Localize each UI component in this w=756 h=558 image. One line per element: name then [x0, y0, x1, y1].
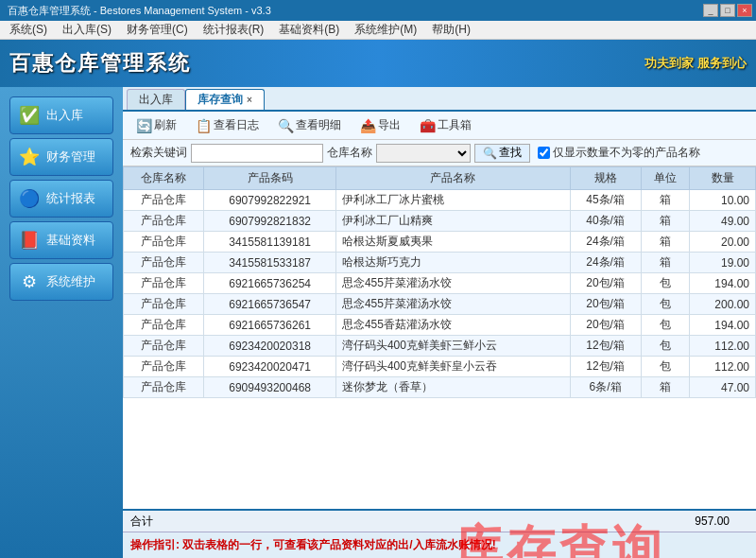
menu-help[interactable]: 帮助(H) [424, 20, 478, 40]
table-cell: 112.00 [690, 357, 756, 377]
sidebar-item-system[interactable]: ⚙ 系统维护 [9, 263, 113, 301]
menu-finance[interactable]: 财务管理(C) [119, 20, 196, 40]
sidebar: ✅ 出入库 ⭐ 财务管理 🔵 统计报表 📕 基础资料 ⚙ 系统维护 [0, 87, 123, 558]
table-cell: 24条/箱 [570, 232, 641, 253]
table-row[interactable]: 产品仓库6921665736261思念455香菇灌汤水饺20包/箱包194.00 [124, 315, 756, 336]
table-cell: 6909493200468 [204, 377, 336, 398]
title-bar-text: 百惠仓库管理系统 - Bestores Management System - … [4, 4, 271, 18]
menu-report[interactable]: 统计报表(R) [196, 20, 272, 40]
table-cell: 49.00 [690, 211, 756, 232]
table-row[interactable]: 产品仓库6907992821832伊利冰工厂山精爽40条/箱箱49.00 [124, 211, 756, 232]
table-header-row: 仓库名称 产品条码 产品名称 规格 单位 数量 [124, 167, 756, 190]
status-bar: 操作指引: 双击表格的一行，可查看该产品资料对应的出/入库流水账情况! [123, 532, 756, 558]
inventory-table: 仓库名称 产品条码 产品名称 规格 单位 数量 产品仓库690799282292… [123, 166, 756, 398]
table-cell: 思念455芹菜灌汤水饺 [335, 294, 570, 315]
tab-inventory[interactable]: 库存查询 × [185, 89, 265, 110]
table-row[interactable]: 产品仓库6921665736547思念455芹菜灌汤水饺20包/箱包200.00 [124, 294, 756, 315]
sidebar-label-system: 系统维护 [46, 273, 95, 290]
tab-bar: 出入库 库存查询 × [123, 87, 756, 112]
table-row[interactable]: 产品仓库6909493200468迷你梦龙（香草）6条/箱箱47.00 [124, 377, 756, 398]
zero-filter-label[interactable]: 仅显示数量不为零的产品名称 [538, 145, 700, 161]
menu-system[interactable]: 系统(S) [2, 20, 55, 40]
table-cell: 194.00 [690, 315, 756, 336]
app-title: 百惠仓库管理系统 [9, 49, 191, 78]
table-cell: 湾仔码头400克鲜美虾三鲜小云 [335, 336, 570, 357]
table-cell: 20包/箱 [570, 294, 641, 315]
table-row[interactable]: 产品仓库6923420020471湾仔码头400克鲜美虾皇小云吞12包/箱包11… [124, 357, 756, 377]
toolbox-button[interactable]: 🧰 工具箱 [414, 115, 477, 135]
sidebar-label-finance: 财务管理 [46, 148, 95, 166]
view-detail-label: 查看明细 [296, 117, 341, 133]
app-slogan: 功夫到家 服务到心 [644, 55, 747, 72]
table-row[interactable]: 产品仓库3415581139181哈根达斯夏威夷果24条/箱箱20.00 [124, 232, 756, 253]
detail-icon: 🔍 [278, 118, 294, 133]
content-area: 出入库 库存查询 × 🔄 刷新 📋 查看日志 🔍 查看明细 📤 [123, 87, 756, 558]
table-cell: 20包/箱 [570, 315, 641, 336]
sidebar-label-inout: 出入库 [46, 107, 83, 124]
menu-inout[interactable]: 出入库(S) [55, 20, 119, 40]
title-bar-controls[interactable]: _ □ × [703, 4, 752, 17]
table-cell: 思念455香菇灌汤水饺 [335, 315, 570, 336]
table-cell: 20包/箱 [570, 273, 641, 294]
menu-maintenance[interactable]: 系统维护(M) [347, 20, 424, 40]
tab-inventory-label: 库存查询 [198, 92, 243, 108]
table-cell: 3415581139181 [204, 232, 336, 253]
search-btn-label: 查找 [499, 145, 522, 161]
table-cell: 19.00 [690, 253, 756, 273]
table-cell: 产品仓库 [124, 190, 204, 211]
tab-inout-label: 出入库 [139, 92, 173, 108]
table-cell: 12包/箱 [570, 357, 641, 377]
table-row[interactable]: 产品仓库6923420020318湾仔码头400克鲜美虾三鲜小云12包/箱包11… [124, 336, 756, 357]
view-log-button[interactable]: 📋 查看日志 [190, 115, 265, 135]
col-barcode: 产品条码 [204, 167, 336, 190]
refresh-button[interactable]: 🔄 刷新 [130, 115, 182, 135]
search-keyword-input[interactable] [191, 144, 323, 163]
table-row[interactable]: 产品仓库6921665736254思念455芹菜灌汤水饺20包/箱包194.00 [124, 273, 756, 294]
export-button[interactable]: 📤 导出 [354, 115, 406, 135]
table-cell: 6907992821832 [204, 211, 336, 232]
col-qty: 数量 [690, 167, 756, 190]
table-cell: 箱 [641, 211, 690, 232]
table-row[interactable]: 产品仓库6907992822921伊利冰工厂冰片蜜桃45条/箱箱10.00 [124, 190, 756, 211]
table-row[interactable]: 产品仓库3415581533187哈根达斯巧克力24条/箱箱19.00 [124, 253, 756, 273]
zero-filter-text: 仅显示数量不为零的产品名称 [553, 145, 700, 161]
search-icon: 🔍 [483, 147, 497, 160]
zero-filter-checkbox[interactable] [538, 147, 550, 159]
finance-icon: ⭐ [18, 146, 41, 168]
export-label: 导出 [378, 117, 401, 133]
table-cell: 20.00 [690, 232, 756, 253]
table-cell: 产品仓库 [124, 357, 204, 377]
table-cell: 包 [641, 273, 690, 294]
sidebar-item-inout[interactable]: ✅ 出入库 [9, 96, 113, 134]
table-cell: 箱 [641, 190, 690, 211]
col-spec: 规格 [570, 167, 641, 190]
warehouse-select[interactable] [376, 144, 471, 163]
table-cell: 产品仓库 [124, 336, 204, 357]
view-log-label: 查看日志 [214, 117, 259, 133]
sidebar-item-finance[interactable]: ⭐ 财务管理 [9, 138, 113, 176]
table-cell: 6921665736261 [204, 315, 336, 336]
col-name: 产品名称 [335, 167, 570, 190]
table-cell: 194.00 [690, 273, 756, 294]
view-detail-button[interactable]: 🔍 查看明细 [272, 115, 347, 135]
log-icon: 📋 [196, 118, 212, 133]
sidebar-item-report[interactable]: 🔵 统计报表 [9, 180, 113, 218]
table-cell: 伊利冰工厂冰片蜜桃 [335, 190, 570, 211]
footer-label: 合计 [130, 514, 153, 530]
table-cell: 6923420020318 [204, 336, 336, 357]
top-header: 百惠仓库管理系统 功夫到家 服务到心 [0, 40, 756, 87]
menu-base[interactable]: 基础资料(B) [271, 20, 347, 40]
table-cell: 产品仓库 [124, 377, 204, 398]
maximize-button[interactable]: □ [720, 4, 735, 17]
table-cell: 产品仓库 [124, 294, 204, 315]
inout-icon: ✅ [18, 104, 41, 127]
minimize-button[interactable]: _ [703, 4, 718, 17]
footer-total: 957.00 [695, 514, 748, 528]
sidebar-item-base[interactable]: 📕 基础资料 [9, 221, 113, 259]
search-button[interactable]: 🔍 查找 [474, 144, 530, 163]
tab-inout[interactable]: 出入库 [127, 89, 185, 110]
table-cell: 哈根达斯夏威夷果 [335, 232, 570, 253]
tab-inventory-close[interactable]: × [247, 95, 252, 105]
close-button[interactable]: × [737, 4, 752, 17]
table-cell: 迷你梦龙（香草） [335, 377, 570, 398]
